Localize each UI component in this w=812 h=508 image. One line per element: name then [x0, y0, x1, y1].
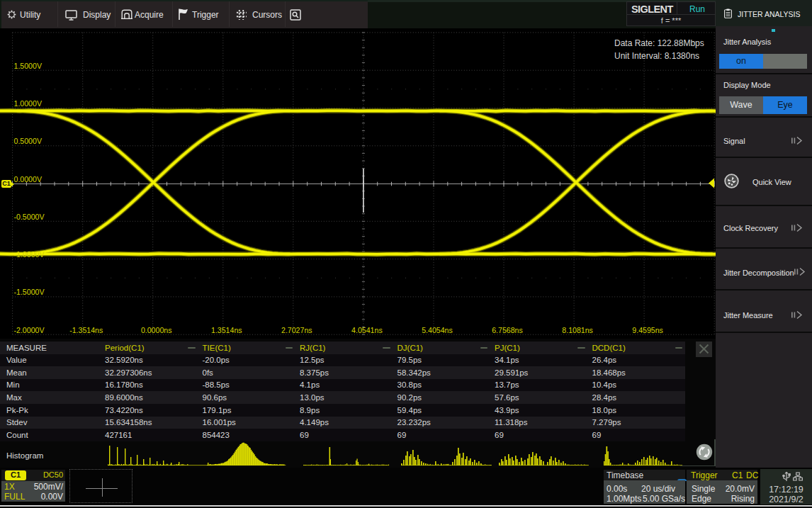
svg-text:-0.5000V: -0.5000V: [14, 213, 45, 221]
svg-text:-1.3514ns: -1.3514ns: [69, 326, 103, 334]
svg-text:-1.0000V: -1.0000V: [14, 250, 45, 259]
svg-text:Data Rate: 122.88Mbps: Data Rate: 122.88Mbps: [614, 38, 704, 48]
svg-text:0.5000V: 0.5000V: [14, 137, 43, 145]
svg-text:6.7568ns: 6.7568ns: [492, 326, 523, 334]
svg-text:9.4595ns: 9.4595ns: [632, 326, 663, 334]
svg-text:0.0000ns: 0.0000ns: [141, 326, 172, 334]
svg-text:1.0000V: 1.0000V: [14, 99, 43, 108]
svg-text:0.0000V: 0.0000V: [14, 175, 43, 184]
svg-text:1.5000V: 1.5000V: [14, 62, 43, 70]
svg-text:4.0541ns: 4.0541ns: [351, 326, 383, 334]
svg-text:8.1081ns: 8.1081ns: [562, 326, 593, 334]
svg-text:-2.0000V: -2.0000V: [14, 326, 45, 334]
svg-text:5.4054ns: 5.4054ns: [422, 326, 453, 334]
svg-text:Unit Interval: 8.1380ns: Unit Interval: 8.1380ns: [614, 51, 699, 61]
svg-text:-1.5000V: -1.5000V: [14, 288, 45, 296]
svg-text:1.3514ns: 1.3514ns: [211, 326, 242, 334]
svg-text:2.7027ns: 2.7027ns: [281, 326, 312, 334]
